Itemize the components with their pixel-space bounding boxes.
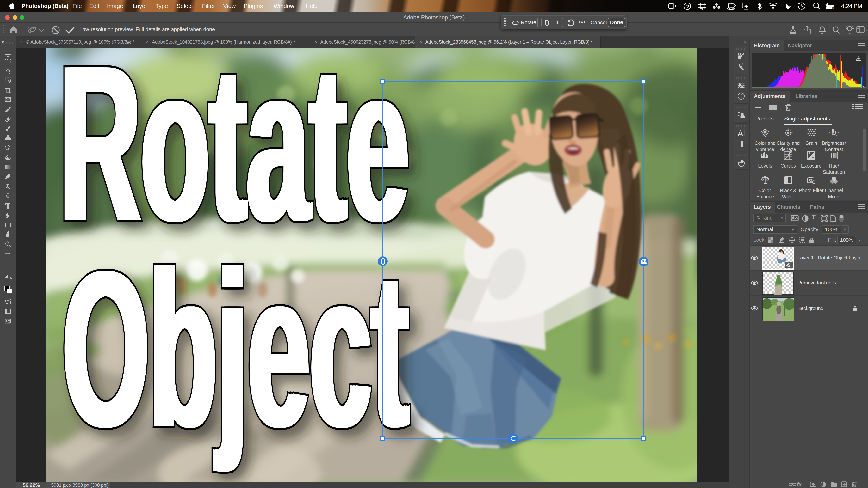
svg-text:Object: Object (65, 225, 411, 474)
